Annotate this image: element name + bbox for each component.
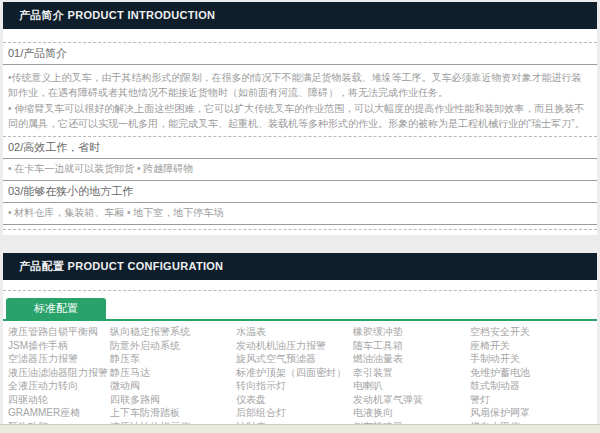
config-item: 发动机罩气弹簧 [353,393,470,407]
config-item: 牵引装置 [353,366,470,380]
section-label-03: 03/能够在狭小的地方工作 [3,181,597,203]
intro-paragraph: • 伸缩臂叉车可以很好的解决上面这些困难，它可以扩大传统叉车的作业范围，可以大幅… [8,101,589,131]
config-item: 上下车防滑踏板 [110,406,236,420]
configuration-header-bar: 产品配置 PRODUCT CONFIGURATION [3,253,597,280]
config-item: 电液换向 [353,406,470,420]
tab-standard-configuration[interactable]: 标准配置 [6,298,106,319]
config-item: 四联多路阀 [110,393,236,407]
config-item: 水温表 [236,325,353,339]
config-item: GRAMMER座椅 [8,406,110,420]
config-item: 发动机机油压力报警 [236,339,353,353]
config-item: 液压管路自锁平衡阀 [8,325,110,339]
section-label-01: 01/产品简介 [3,43,597,65]
config-item: 全液压动力转向 [8,379,110,393]
config-item: 旋风式空气预滤器 [236,352,353,366]
config-item: JSM操作手柄 [8,339,110,353]
config-item: 静压马达 [110,366,236,380]
config-item: 静压泵 [110,352,236,366]
config-item: 免维护蓄电池 [470,366,597,380]
introduction-paragraphs: •传统意义上的叉车，由于其结构形式的限制，在很多的情况下不能满足货物装载、堆垛等… [3,65,597,136]
config-item: 液压油滤油器阻力报警 [8,366,110,380]
config-item: 纵向稳定报警系统 [110,325,236,339]
intro-paragraph: •传统意义上的叉车，由于其结构形式的限制，在很多的情况下不能满足货物装载、堆垛等… [8,70,589,100]
introduction-header-bar: 产品简介 PRODUCT INTRODUCTION [3,2,597,29]
dashed-divider [3,290,597,291]
config-item: 防意外启动系统 [110,339,236,353]
config-item: 转向指示灯 [236,379,353,393]
product-configuration-section: 产品配置 PRODUCT CONFIGURATION 标准配置 液压管路自锁平衡… [3,253,597,433]
config-table: 液压管路自锁平衡阀纵向稳定报警系统水温表橡胶缓冲垫空档安全开关JSM操作手柄防意… [3,321,597,433]
config-item: 后部组合灯 [236,406,353,420]
config-item: 电喇叭 [353,379,470,393]
config-item: 手制动开关 [470,352,597,366]
config-item: 座椅开关 [470,339,597,353]
config-item: 随车工具箱 [353,339,470,353]
product-introduction-section: 产品简介 PRODUCT INTRODUCTION 01/产品简介 •传统意义上… [3,2,597,235]
config-item: 警灯 [470,393,597,407]
config-item: 仪表盘 [236,393,353,407]
config-item: 四驱动轮 [8,393,110,407]
dashed-divider [3,229,597,230]
section-label-02: 02/高效工作，省时 [3,137,597,159]
config-item: 标准护顶架（四面密封） [236,366,353,380]
bullet-line: • 材料仓库，集装箱、车厢 • 地下室，地下停车场 [3,203,597,225]
config-item: 鼓式制动器 [470,379,597,393]
bullet-line: • 在卡车一边就可以装货卸货 • 跨越障碍物 [3,159,597,181]
config-item: 燃油油量表 [353,352,470,366]
footer-band [0,424,600,433]
config-item: 空档安全开关 [470,325,597,339]
configuration-tab-strip: 标准配置 [3,298,597,321]
config-item: 风扇保护网罩 [470,406,597,420]
config-item: 橡胶缓冲垫 [353,325,470,339]
config-item: 微动阀 [110,379,236,393]
config-item: 空滤器压力报警 [8,352,110,366]
